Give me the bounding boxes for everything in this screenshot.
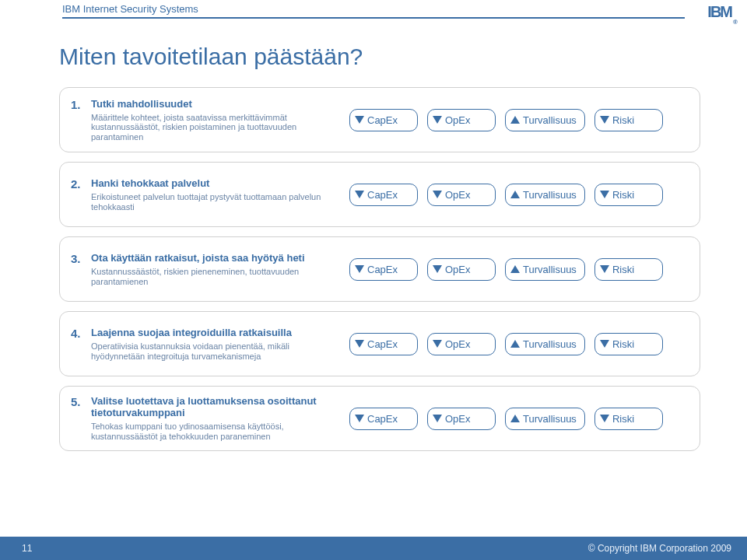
badge-label: Riski	[612, 264, 634, 275]
badge-opex: OpEx	[427, 408, 496, 430]
badge-capex: CapEx	[349, 333, 418, 355]
badge-label: OpEx	[445, 114, 471, 126]
badge-label: CapEx	[367, 413, 398, 425]
badge-label: Turvallisuus	[523, 189, 577, 201]
row-sub: Erikoistuneet palvelun tuottajat pystyvä…	[91, 192, 335, 212]
badge-group: CapEx OpEx Turvallisuus Riski	[349, 184, 689, 206]
rows-container: 1. Tutki mahdollisuudet Määrittele kohte…	[59, 87, 700, 451]
arrow-down-icon	[433, 415, 442, 422]
row-sub: Määrittele kohteet, joista saatavissa me…	[91, 113, 335, 142]
logo-text: IBM	[707, 3, 731, 21]
row-item: 4. Laajenna suojaa integroiduilla ratkai…	[59, 311, 700, 376]
badge-label: Riski	[612, 189, 634, 201]
badge-label: Riski	[612, 114, 634, 126]
row-left: 4. Laajenna suojaa integroiduilla ratkai…	[71, 327, 335, 361]
badge-capex: CapEx	[349, 408, 418, 430]
arrow-down-icon	[600, 265, 609, 273]
badge-opex: OpEx	[427, 333, 496, 355]
copyright-text: © Copyright IBM Corporation 2009	[588, 543, 731, 554]
row-item: 5. Valitse luotettava ja luottamuksensa …	[59, 386, 700, 451]
badge-capex: CapEx	[349, 184, 418, 206]
row-item: 1. Tutki mahdollisuudet Määrittele kohte…	[59, 87, 700, 152]
arrow-down-icon	[355, 415, 364, 422]
badge-label: OpEx	[445, 189, 471, 201]
row-number: 1.	[71, 98, 83, 142]
arrow-down-icon	[355, 191, 364, 198]
arrow-down-icon	[433, 191, 442, 198]
badge-opex: OpEx	[427, 258, 496, 281]
arrow-down-icon	[355, 116, 364, 124]
arrow-up-icon	[510, 116, 520, 124]
row-text: Ota käyttään ratkaisut, joista saa hyöty…	[91, 252, 335, 286]
badge-label: Turvallisuus	[523, 114, 577, 126]
badge-label: CapEx	[367, 114, 398, 126]
row-headline: Tutki mahdollisuudet	[91, 98, 335, 110]
row-left: 3. Ota käyttään ratkaisut, joista saa hy…	[71, 252, 335, 286]
badge-opex: OpEx	[427, 109, 496, 131]
badge-risk: Riski	[594, 408, 663, 430]
badge-security: Turvallisuus	[505, 333, 585, 355]
arrow-down-icon	[600, 116, 609, 124]
arrow-down-icon	[600, 415, 609, 422]
arrow-down-icon	[433, 265, 442, 273]
badge-label: Riski	[612, 338, 634, 350]
badge-capex: CapEx	[349, 109, 418, 131]
badge-group: CapEx OpEx Turvallisuus Riski	[349, 109, 689, 131]
badge-label: Turvallisuus	[523, 264, 577, 275]
badge-label: CapEx	[367, 338, 398, 350]
row-headline: Ota käyttään ratkaisut, joista saa hyöty…	[91, 252, 335, 264]
badge-group: CapEx OpEx Turvallisuus Riski	[349, 258, 689, 281]
row-text: Laajenna suojaa integroiduilla ratkaisui…	[91, 327, 335, 361]
badge-label: OpEx	[445, 264, 471, 275]
row-headline: Laajenna suojaa integroiduilla ratkaisui…	[91, 327, 335, 338]
badge-label: OpEx	[445, 413, 471, 425]
row-item: 3. Ota käyttään ratkaisut, joista saa hy…	[59, 236, 700, 302]
row-sub: Operatiivisia kustannuksia voidaan piene…	[91, 341, 335, 361]
row-left: 1. Tutki mahdollisuudet Määrittele kohte…	[71, 98, 335, 142]
badge-security: Turvallisuus	[505, 184, 585, 206]
ibm-logo: IBM ®	[707, 3, 731, 21]
arrow-up-icon	[510, 191, 520, 198]
row-number: 5.	[71, 395, 83, 441]
badge-risk: Riski	[594, 184, 663, 206]
badge-label: CapEx	[367, 189, 398, 201]
row-left: 2. Hanki tehokkaat palvelut Erikoistunee…	[71, 177, 335, 212]
row-item: 2. Hanki tehokkaat palvelut Erikoistunee…	[59, 162, 700, 227]
badge-label: Turvallisuus	[523, 413, 577, 425]
badge-security: Turvallisuus	[505, 258, 585, 281]
arrow-down-icon	[355, 265, 364, 273]
badge-opex: OpEx	[427, 184, 496, 206]
arrow-down-icon	[355, 340, 364, 348]
header-divider	[62, 17, 685, 19]
page-title: Miten tavoitetilaan päästään?	[59, 44, 363, 70]
arrow-down-icon	[600, 340, 609, 348]
row-headline: Valitse luotettava ja luottamuksensa oso…	[91, 395, 335, 418]
badge-group: CapEx OpEx Turvallisuus Riski	[349, 408, 689, 430]
arrow-up-icon	[510, 415, 520, 422]
badge-capex: CapEx	[349, 258, 418, 281]
badge-group: CapEx OpEx Turvallisuus Riski	[349, 333, 689, 355]
badge-label: CapEx	[367, 264, 398, 275]
page-number: 11	[22, 543, 32, 554]
badge-security: Turvallisuus	[505, 109, 585, 131]
badge-risk: Riski	[594, 109, 663, 131]
row-number: 3.	[71, 252, 83, 286]
arrow-up-icon	[510, 265, 520, 273]
arrow-down-icon	[433, 340, 442, 348]
header-bar: IBM Internet Security Systems IBM ®	[0, 0, 747, 28]
badge-label: Turvallisuus	[523, 338, 577, 350]
slide: IBM Internet Security Systems IBM ® Mite…	[0, 0, 747, 560]
badge-security: Turvallisuus	[505, 408, 585, 430]
row-left: 5. Valitse luotettava ja luottamuksensa …	[71, 395, 335, 441]
row-sub: Tehokas kumppani tuo ydinosaamisensa käy…	[91, 422, 335, 441]
footer-bar: 11 © Copyright IBM Corporation 2009	[0, 537, 747, 560]
row-text: Valitse luotettava ja luottamuksensa oso…	[91, 395, 335, 441]
registered-mark: ®	[733, 19, 738, 26]
row-number: 2.	[71, 177, 83, 212]
row-text: Hanki tehokkaat palvelut Erikoistuneet p…	[91, 177, 335, 212]
arrow-up-icon	[510, 340, 520, 348]
row-headline: Hanki tehokkaat palvelut	[91, 177, 335, 189]
badge-label: OpEx	[445, 338, 471, 350]
arrow-down-icon	[433, 116, 442, 124]
arrow-down-icon	[600, 191, 609, 198]
